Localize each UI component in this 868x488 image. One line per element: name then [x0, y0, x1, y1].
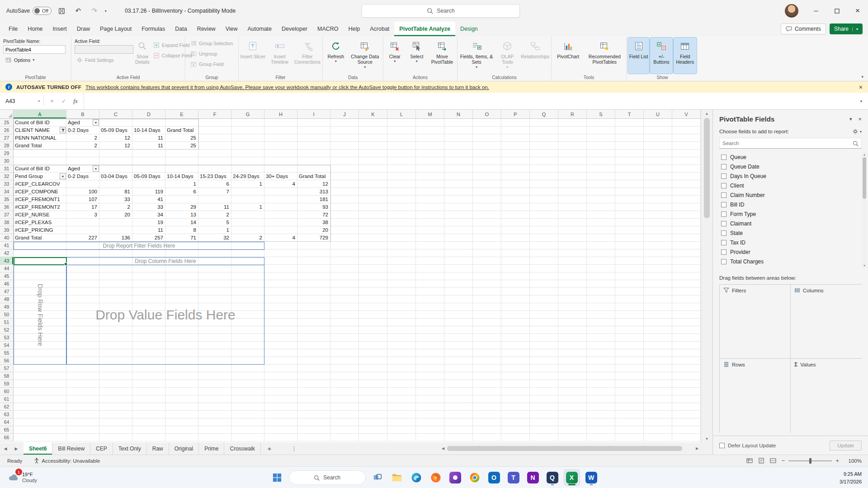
cell-L28[interactable]: [387, 142, 416, 150]
cell-S57[interactable]: [587, 365, 615, 372]
cell-P63[interactable]: [501, 411, 530, 418]
cell-U40[interactable]: [644, 234, 672, 242]
cell-I42[interactable]: [297, 249, 330, 257]
cell-D44[interactable]: [132, 265, 165, 272]
cell-F60[interactable]: [198, 388, 231, 395]
clock-widget[interactable]: 9:25 AM 3/17/2026: [840, 470, 862, 485]
cell-T64[interactable]: [615, 418, 644, 426]
cell-B39[interactable]: [66, 226, 99, 234]
cell-C54[interactable]: [99, 342, 132, 349]
cell-T52[interactable]: [615, 326, 644, 334]
cell-M26[interactable]: [416, 127, 444, 134]
cell-K27[interactable]: [359, 134, 387, 142]
field-checkbox[interactable]: [721, 230, 726, 236]
cell-O56[interactable]: [473, 357, 501, 365]
cell-C31[interactable]: [99, 165, 132, 173]
outlook-button[interactable]: O: [486, 470, 502, 485]
cell-A47[interactable]: [14, 288, 66, 296]
field-checkbox[interactable]: [721, 202, 726, 207]
cell-E53[interactable]: [165, 334, 198, 342]
cell-E63[interactable]: [165, 411, 198, 418]
cell-J64[interactable]: [330, 418, 359, 426]
cell-P46[interactable]: [501, 280, 530, 288]
cell-F41[interactable]: [198, 242, 231, 249]
cell-I55[interactable]: [297, 349, 330, 357]
cell-J65[interactable]: [330, 426, 359, 434]
cell-Q40[interactable]: [530, 234, 558, 242]
cell-L36[interactable]: [387, 203, 416, 211]
row-header-62[interactable]: 62: [0, 403, 14, 411]
cell-M59[interactable]: [416, 380, 444, 388]
cell-C53[interactable]: [99, 334, 132, 342]
cell-S46[interactable]: [587, 280, 615, 288]
cell-K43[interactable]: [359, 257, 387, 265]
new-sheet-button[interactable]: +: [264, 445, 275, 452]
cell-B59[interactable]: [66, 380, 99, 388]
cell-V58[interactable]: [672, 372, 701, 380]
cell-M45[interactable]: [416, 272, 444, 280]
sheet-tab-crosswalk[interactable]: Crosswalk: [224, 442, 260, 455]
row-header-63[interactable]: 63: [0, 411, 14, 418]
cell-P47[interactable]: [501, 288, 530, 296]
cell-A36[interactable]: #CEP_FREMONT2: [14, 203, 66, 211]
cell-K48[interactable]: [359, 296, 387, 303]
cell-S33[interactable]: [587, 180, 615, 188]
cell-S61[interactable]: [587, 395, 615, 403]
cell-R56[interactable]: [558, 357, 587, 365]
cell-P65[interactable]: [501, 426, 530, 434]
cell-C59[interactable]: [99, 380, 132, 388]
cell-L66[interactable]: [387, 434, 416, 441]
cell-Q28[interactable]: [530, 142, 558, 150]
cell-D49[interactable]: [132, 303, 165, 311]
column-header-K[interactable]: K: [359, 110, 387, 119]
cell-G25[interactable]: [231, 119, 264, 127]
cell-O27[interactable]: [473, 134, 501, 142]
cell-E41[interactable]: [165, 242, 198, 249]
cell-V38[interactable]: [672, 219, 701, 226]
cell-I37[interactable]: 72: [297, 211, 330, 219]
cell-S29[interactable]: [587, 150, 615, 157]
cell-G56[interactable]: [231, 357, 264, 365]
cell-M43[interactable]: [416, 257, 444, 265]
cell-P43[interactable]: [501, 257, 530, 265]
cell-S51[interactable]: [587, 319, 615, 326]
ribbon-tab-draw[interactable]: Draw: [72, 22, 95, 36]
cell-V36[interactable]: [672, 203, 701, 211]
cell-C27[interactable]: 12: [99, 134, 132, 142]
cell-F26[interactable]: [198, 127, 231, 134]
refresh-button[interactable]: Refresh ▾: [324, 38, 348, 74]
cell-L44[interactable]: [387, 265, 416, 272]
cell-B32[interactable]: 0-2 Days: [66, 173, 99, 180]
cell-N33[interactable]: [444, 180, 473, 188]
cell-D61[interactable]: [132, 395, 165, 403]
cell-I36[interactable]: 93: [297, 203, 330, 211]
ribbon-tab-insert[interactable]: Insert: [48, 22, 72, 36]
cell-I51[interactable]: [297, 319, 330, 326]
cancel-entry-button[interactable]: ×: [47, 98, 57, 104]
cell-J54[interactable]: [330, 342, 359, 349]
cell-R60[interactable]: [558, 388, 587, 395]
cell-U32[interactable]: [644, 173, 672, 180]
cell-T51[interactable]: [615, 319, 644, 326]
cell-V45[interactable]: [672, 272, 701, 280]
horizontal-scrollbar[interactable]: ◀ ▶: [440, 445, 700, 451]
cell-V59[interactable]: [672, 380, 701, 388]
cell-K29[interactable]: [359, 150, 387, 157]
cell-C43[interactable]: [99, 257, 132, 265]
column-header-C[interactable]: C: [99, 110, 132, 119]
cell-S48[interactable]: [587, 296, 615, 303]
cell-O44[interactable]: [473, 265, 501, 272]
cell-I50[interactable]: [297, 311, 330, 319]
filter-connections-button[interactable]: Filter Connections: [294, 38, 321, 74]
cell-D47[interactable]: [132, 288, 165, 296]
field-item-queue-date[interactable]: Queue Date: [719, 162, 862, 171]
cell-P33[interactable]: [501, 180, 530, 188]
cell-V65[interactable]: [672, 426, 701, 434]
cell-K66[interactable]: [359, 434, 387, 441]
values-area[interactable]: Σ Values: [791, 359, 862, 433]
cell-U29[interactable]: [644, 150, 672, 157]
cell-N40[interactable]: [444, 234, 473, 242]
cell-K57[interactable]: [359, 365, 387, 372]
cell-R41[interactable]: [558, 242, 587, 249]
change-data-source-button[interactable]: Change Data Source ▾: [349, 38, 382, 74]
